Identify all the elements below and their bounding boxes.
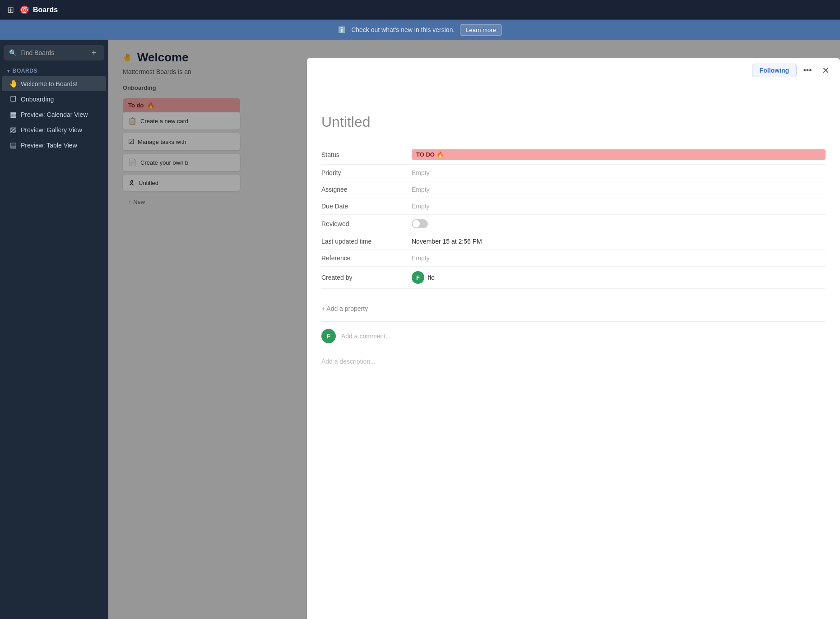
reference-value[interactable]: Empty <box>412 254 826 262</box>
table-icon: ▤ <box>9 141 17 149</box>
divider <box>321 321 826 322</box>
search-icon: 🔍 <box>9 49 17 56</box>
assignee-value[interactable]: Empty <box>412 186 826 193</box>
sidebar-item-label: Onboarding <box>21 96 54 103</box>
card-emoji: 🎗 <box>321 83 826 110</box>
reviewed-toggle[interactable] <box>412 219 428 228</box>
sidebar-item-table[interactable]: ▤ Preview: Table View <box>2 138 106 152</box>
property-assignee: Assignee Empty <box>321 181 826 198</box>
more-options-button[interactable]: ••• <box>800 63 815 78</box>
status-label: Status <box>321 151 412 158</box>
creator-avatar: F <box>412 271 424 284</box>
property-reference: Reference Empty <box>321 250 826 267</box>
modal-toolbar: Following ••• ✕ <box>307 58 840 83</box>
property-priority: Priority Empty <box>321 165 826 181</box>
learn-more-button[interactable]: Learn more <box>460 24 501 36</box>
property-reviewed: Reviewed <box>321 215 826 233</box>
add-property-button[interactable]: + Add a property <box>321 300 826 318</box>
status-badge-text: TO DO <box>416 151 435 158</box>
following-button[interactable]: Following <box>752 64 797 77</box>
notification-bar: ℹ️ Check out what's new in this version.… <box>0 20 840 40</box>
card-modal: Following ••• ✕ 🎗 Untitled Status TO DO <box>307 58 840 619</box>
reference-label: Reference <box>321 254 412 262</box>
priority-value[interactable]: Empty <box>412 169 826 176</box>
created-by-label: Created by <box>321 274 412 281</box>
comment-input[interactable]: Add a comment... <box>341 333 826 340</box>
close-button[interactable]: ✕ <box>818 63 833 78</box>
sidebar-item-label: Preview: Gallery View <box>21 126 82 134</box>
card-properties: Status TO DO 🔥 Priority Empty <box>321 145 826 289</box>
sidebar-item-gallery[interactable]: ▨ Preview: Gallery View <box>2 122 106 137</box>
modal-body: 🎗 Untitled Status TO DO 🔥 <box>307 83 840 619</box>
card-title[interactable]: Untitled <box>321 114 826 130</box>
sidebar-item-label: Welcome to Boards! <box>21 80 78 88</box>
main-layout: 🔍 Find Boards + ▾ BOARDS 🤚 Welcome to Bo… <box>0 40 840 619</box>
reviewed-value <box>412 219 826 228</box>
priority-label: Priority <box>321 169 412 176</box>
app-logo: 🎯 Boards <box>19 5 58 15</box>
grid-icon[interactable]: ⊞ <box>7 5 14 15</box>
sidebar-item-welcome[interactable]: 🤚 Welcome to Boards! <box>2 76 106 91</box>
property-status: Status TO DO 🔥 <box>321 145 826 165</box>
sidebar-item-label: Preview: Table View <box>21 142 77 149</box>
onboarding-icon: ☐ <box>9 95 17 103</box>
comment-avatar-letter: F <box>327 333 331 340</box>
property-last-updated: Last updated time November 15 at 2:56 PM <box>321 233 826 250</box>
calendar-icon: ▦ <box>9 110 17 119</box>
sidebar: 🔍 Find Boards + ▾ BOARDS 🤚 Welcome to Bo… <box>0 40 108 619</box>
add-board-button[interactable]: + <box>89 48 99 58</box>
sidebar-item-onboarding[interactable]: ☐ Onboarding <box>2 92 106 106</box>
info-icon: ℹ️ <box>338 26 346 33</box>
notification-message: Check out what's new in this version. <box>351 26 455 33</box>
top-bar: ⊞ 🎯 Boards <box>0 0 840 20</box>
search-label: Find Boards <box>20 49 54 56</box>
content-area: 🤚 Welcome Mattermost Boards is an Onboar… <box>108 40 840 619</box>
due-date-value[interactable]: Empty <box>412 203 826 210</box>
status-badge-emoji: 🔥 <box>436 151 444 158</box>
property-created-by: Created by F flo <box>321 267 826 289</box>
created-by-value: F flo <box>412 271 826 284</box>
boards-section-header: ▾ BOARDS <box>0 64 108 76</box>
due-date-label: Due Date <box>321 203 412 210</box>
avatar-letter: F <box>416 274 420 281</box>
app-title: Boards <box>33 6 58 14</box>
gallery-icon: ▨ <box>9 125 17 134</box>
section-chevron: ▾ <box>7 69 10 74</box>
sidebar-item-label: Preview: Calendar View <box>21 111 88 118</box>
description-area[interactable]: Add a description... <box>321 354 826 369</box>
property-due-date: Due Date Empty <box>321 198 826 215</box>
sidebar-item-calendar[interactable]: ▦ Preview: Calendar View <box>2 107 106 122</box>
logo-icon: 🎯 <box>19 5 29 15</box>
reviewed-label: Reviewed <box>321 220 412 227</box>
comment-area: F Add a comment... <box>321 329 826 343</box>
last-updated-value: November 15 at 2:56 PM <box>412 238 826 245</box>
status-badge[interactable]: TO DO 🔥 <box>412 149 826 160</box>
assignee-label: Assignee <box>321 186 412 193</box>
last-updated-label: Last updated time <box>321 238 412 245</box>
sidebar-search[interactable]: 🔍 Find Boards + <box>4 45 104 60</box>
creator-name: flo <box>428 274 435 281</box>
status-value[interactable]: TO DO 🔥 <box>412 149 826 160</box>
comment-avatar: F <box>321 329 336 343</box>
welcome-icon: 🤚 <box>9 79 17 88</box>
section-label: BOARDS <box>13 68 38 74</box>
